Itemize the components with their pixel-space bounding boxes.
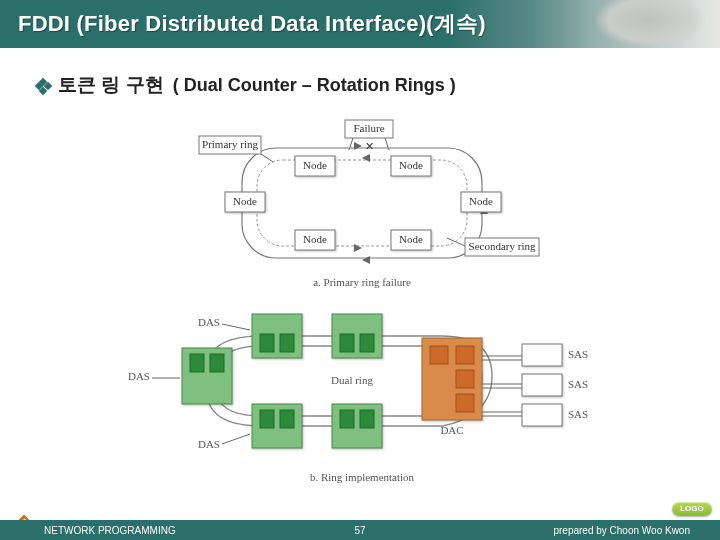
svg-rect-42 [360, 334, 374, 352]
svg-text:Node: Node [303, 159, 327, 171]
label-failure: Failure [353, 122, 384, 134]
diagram-a: Primary ring Failure ✕ Secondary ring No… [147, 106, 577, 306]
content-area: 토큰 링 구현 ( Dual Counter – Rotation Rings … [0, 48, 720, 506]
svg-text:Node: Node [233, 195, 257, 207]
footer-page: 57 [354, 525, 365, 536]
svg-text:Node: Node [399, 233, 423, 245]
label-primary-ring: Primary ring [202, 138, 258, 150]
label-secondary-ring: Secondary ring [469, 240, 536, 252]
svg-line-39 [222, 324, 250, 330]
svg-text:✕: ✕ [365, 140, 374, 152]
svg-text:Node: Node [469, 195, 493, 207]
title-bar: FDDI (Fiber Distributed Data Interface)(… [0, 0, 720, 48]
footer-left: NETWORK PROGRAMMING [44, 525, 176, 536]
subheading-row: 토큰 링 구현 ( Dual Counter – Rotation Rings … [36, 72, 688, 98]
svg-rect-53 [456, 346, 474, 364]
svg-text:Node: Node [399, 159, 423, 171]
diagram-b: Dual ring DAS DAS [112, 306, 612, 506]
svg-rect-1 [257, 160, 467, 246]
label-dual-ring: Dual ring [331, 374, 373, 386]
svg-rect-0 [242, 148, 482, 258]
caption-a: a. Primary ring failure [313, 276, 411, 288]
logo-badge: LOGO [672, 502, 712, 516]
svg-rect-54 [456, 370, 474, 388]
label-dac: DAC [440, 424, 463, 436]
svg-rect-56 [522, 344, 562, 366]
svg-marker-6 [362, 154, 370, 162]
svg-text:DAS: DAS [198, 316, 220, 328]
svg-marker-3 [362, 256, 370, 264]
subheading-main: 토큰 링 구현 [58, 74, 164, 95]
svg-marker-2 [354, 142, 362, 150]
svg-rect-32 [210, 354, 224, 372]
svg-text:DAS: DAS [198, 438, 220, 450]
svg-line-15 [447, 238, 465, 246]
svg-rect-64 [522, 404, 562, 426]
footer-right: prepared by Choon Woo Kwon [553, 525, 690, 536]
subheading-paren: ( Dual Counter – Rotation Rings ) [173, 75, 456, 95]
svg-rect-55 [456, 394, 474, 412]
caption-b: b. Ring implementation [310, 471, 415, 483]
svg-rect-49 [340, 410, 354, 428]
svg-rect-45 [280, 410, 294, 428]
svg-rect-31 [190, 354, 204, 372]
svg-text:SAS: SAS [568, 408, 588, 420]
bullet-icon [36, 79, 50, 93]
svg-text:SAS: SAS [568, 378, 588, 390]
svg-rect-60 [522, 374, 562, 396]
svg-rect-50 [360, 410, 374, 428]
svg-marker-7 [354, 244, 362, 252]
footer-bar: NETWORK PROGRAMMING 57 prepared by Choon… [0, 520, 720, 540]
subheading: 토큰 링 구현 ( Dual Counter – Rotation Rings … [58, 72, 456, 98]
slide-title: FDDI (Fiber Distributed Data Interface)(… [18, 9, 486, 39]
svg-rect-44 [260, 410, 274, 428]
svg-text:SAS: SAS [568, 348, 588, 360]
svg-line-47 [222, 434, 250, 444]
diagrams: Primary ring Failure ✕ Secondary ring No… [36, 106, 688, 506]
svg-text:Node: Node [303, 233, 327, 245]
svg-rect-36 [260, 334, 274, 352]
svg-text:DAS: DAS [128, 370, 150, 382]
svg-rect-52 [430, 346, 448, 364]
svg-line-9 [261, 154, 273, 162]
svg-rect-41 [340, 334, 354, 352]
svg-rect-37 [280, 334, 294, 352]
